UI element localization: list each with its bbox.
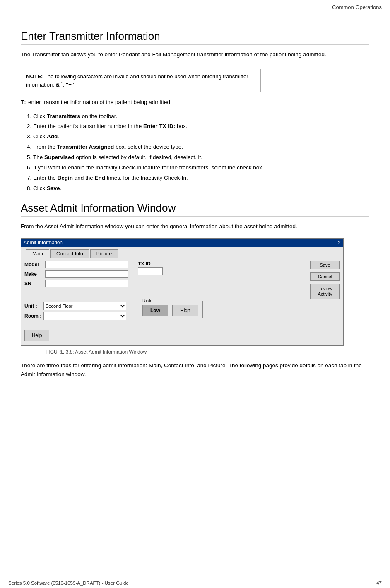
unit-select[interactable]: Second Floor <box>43 302 126 310</box>
note-label: NOTE: <box>26 73 43 80</box>
section2-heading: Asset Admit Information Window <box>21 202 369 217</box>
txid-area: TX ID : <box>138 261 204 275</box>
step-1: Click Transmitters on the toolbar. <box>33 112 369 121</box>
step-3: Click Add. <box>33 132 369 142</box>
tab-main[interactable]: Main <box>26 249 49 258</box>
section1-intro: The Transmitter tab allows you to enter … <box>21 51 369 59</box>
make-input[interactable] <box>45 270 128 278</box>
steps-list: Click Transmitters on the toolbar. Enter… <box>33 112 369 194</box>
note-text: The following characters are invalid and… <box>26 73 248 88</box>
step-5: The Supervised option is selected by def… <box>33 153 369 162</box>
steps-intro: To enter transmitter information of the … <box>21 98 369 106</box>
unit-label: Unit : <box>24 303 43 309</box>
sn-row: SN <box>24 280 132 287</box>
make-label: Make <box>24 271 45 277</box>
footer-left: Series 5.0 Software (0510-1059-A_DRAFT) … <box>8 581 129 586</box>
window-body: Main Contact Info Picture Model Make <box>21 247 343 345</box>
risk-low-button[interactable]: Low <box>142 305 168 316</box>
save-button[interactable]: Save <box>310 261 340 269</box>
risk-fieldset: Risk Low High <box>138 298 203 318</box>
step-2: Enter the patient's transmitter number i… <box>33 122 369 131</box>
model-input[interactable] <box>45 261 128 268</box>
center-fields: TX ID : Risk Low High <box>138 261 204 341</box>
header-title: Common Operations <box>332 4 382 10</box>
model-label: Model <box>24 262 45 267</box>
page-footer: Series 5.0 Software (0510-1059-A_DRAFT) … <box>0 578 390 588</box>
tab-contact-info[interactable]: Contact Info <box>50 249 89 258</box>
model-row: Model <box>24 261 132 268</box>
form-body: Model Make SN Unit : <box>24 261 340 341</box>
sn-input[interactable] <box>45 280 128 287</box>
main-content: Enter Transmitter Information The Transm… <box>0 13 390 392</box>
txid-label: TX ID : <box>138 261 204 267</box>
risk-legend: Risk <box>142 298 151 303</box>
section1-heading: Enter Transmitter Information <box>21 30 369 45</box>
section2-intro: From the Asset Admit Information window … <box>21 222 369 231</box>
footer-right: 47 <box>376 581 382 586</box>
step-8: Click Save. <box>33 184 369 193</box>
sn-label: SN <box>24 281 45 287</box>
admit-information-window: Admit Information × Main Contact Info Pi… <box>21 238 344 346</box>
page-header: Common Operations <box>0 0 390 13</box>
review-activity-button[interactable]: Review Activity <box>310 284 340 299</box>
window-title: Admit Information <box>24 240 63 246</box>
room-label: Room : <box>24 313 43 319</box>
note-box: NOTE: The following characters are inval… <box>21 69 261 92</box>
make-row: Make <box>24 270 132 278</box>
room-select[interactable] <box>43 312 126 320</box>
step-4: From the Transmitter Assigned box, selec… <box>33 142 369 152</box>
risk-high-button[interactable]: High <box>172 305 198 316</box>
room-row: Room : <box>24 312 132 320</box>
txid-input[interactable] <box>138 267 163 275</box>
cancel-button[interactable]: Cancel <box>310 272 340 281</box>
figure-caption: FIGURE 3.8: Asset Admit Information Wind… <box>46 349 369 355</box>
unit-row: Unit : Second Floor <box>24 302 132 310</box>
unit-room-area: Unit : Second Floor Room : <box>24 302 132 322</box>
help-button[interactable]: Help <box>24 330 49 341</box>
tab-bar: Main Contact Info Picture <box>26 249 340 258</box>
right-buttons: Save Cancel Review Activity <box>306 261 340 341</box>
risk-area: Risk Low High <box>138 298 204 318</box>
step-6: If you want to enable the Inactivity Che… <box>33 163 369 173</box>
risk-buttons: Low High <box>142 305 198 316</box>
close-button[interactable]: × <box>338 240 341 246</box>
window-titlebar: Admit Information × <box>21 239 343 247</box>
left-fields: Model Make SN Unit : <box>24 261 132 341</box>
tab-picture[interactable]: Picture <box>90 249 118 258</box>
step-7: Enter the Begin and the End times. for t… <box>33 174 369 183</box>
closing-text: There are three tabs for entering admit … <box>21 361 369 378</box>
